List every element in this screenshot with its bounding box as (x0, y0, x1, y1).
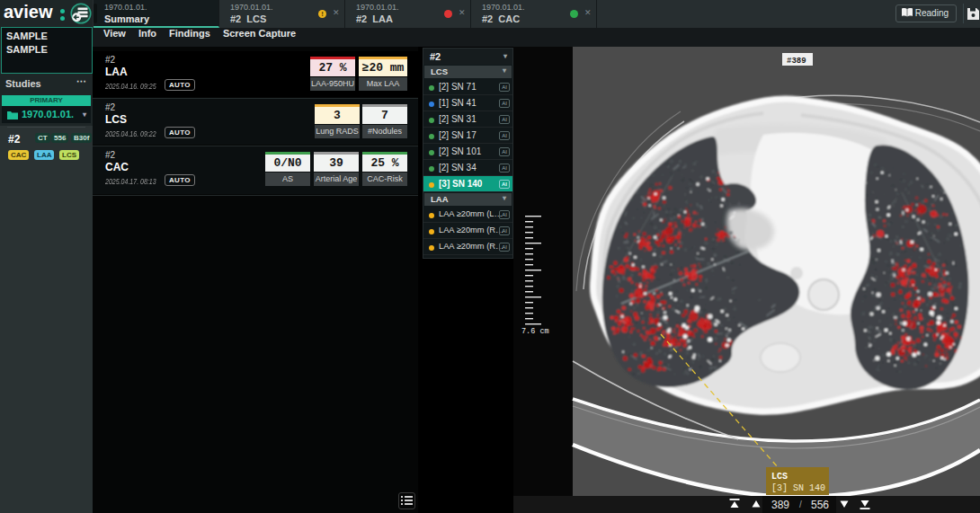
svg-text:7.6 cm: 7.6 cm (521, 327, 549, 336)
svg-text:LCS: LCS (771, 472, 788, 482)
svg-text:[3] SN 140: [3] SN 140 (771, 483, 825, 493)
svg-text:#389: #389 (787, 57, 806, 66)
